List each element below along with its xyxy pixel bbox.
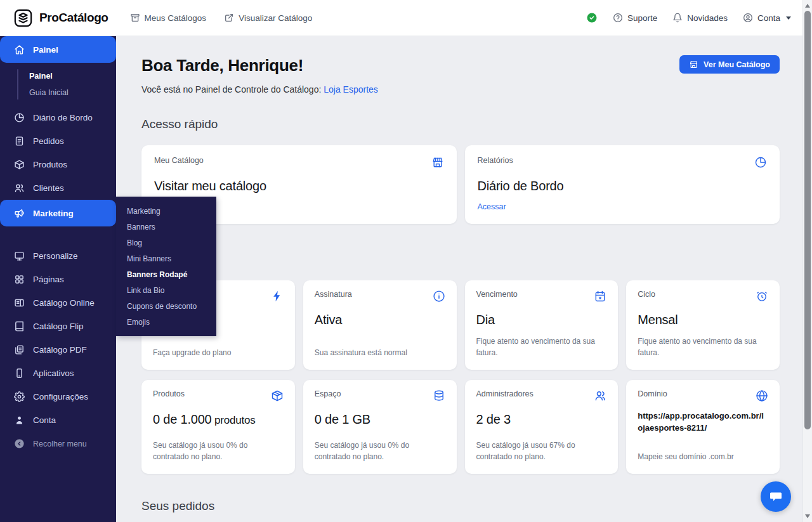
scroll-down-icon[interactable] [805,514,810,518]
card-value: 0 de 1 GB [315,412,445,427]
card-produtos[interactable]: Produtos 0 de 1.000 produtos Seu catálog… [141,380,295,474]
sidebar-item-label: Catálogo PDF [33,345,87,355]
nav-link-meus-catalogos[interactable]: Meus Catálogos [130,13,207,23]
alarm-icon [756,290,768,303]
access-link[interactable]: Acessar [478,202,506,211]
card-vencimento[interactable]: Vencimento Dia Fique atento ao venciment… [465,280,619,370]
nav-right: Suporte Novidades Conta [586,12,791,23]
calendar-icon [594,290,606,303]
subtitle-text: Você está no Painel de Controle do Catál… [141,84,324,95]
sidebar-item-marketing[interactable]: Marketing [0,200,116,226]
sidebar-item-label: Catálogo Online [33,298,95,308]
view-catalog-button[interactable]: Ver Meu Catálogo [679,55,780,74]
sidebar-item-configuracoes[interactable]: Configurações [0,385,116,408]
card-top: Relatórios [478,156,768,169]
sidebar-item-painel[interactable]: Painel [0,36,116,63]
scroll-up-icon[interactable] [805,4,810,8]
flyout-item-banners[interactable]: Banners [116,219,216,235]
sidebar-submenu: Painel Guia Inicial [0,63,116,106]
sidebar-item-clientes[interactable]: Clientes [0,176,116,200]
card-dominio[interactable]: Domínio https://app.procatalogo.com.br/l… [626,380,780,474]
card-sub: Fique atento ao vencimento da sua fatura… [638,336,768,360]
submenu-item-guia-inicial[interactable]: Guia Inicial [29,84,116,101]
page-title: Boa Tarde, Henrique! [141,56,378,75]
brand[interactable]: ProCatálogo [13,8,108,29]
check-circle-icon[interactable] [586,12,598,23]
card-sub: Seu catálogo já usou 0% do contratado no… [315,440,445,464]
sidebar-collapse-menu[interactable]: Recolher menu [0,432,116,455]
sidebar-item-paginas[interactable]: Páginas [0,268,116,291]
card-value: Dia [476,313,607,327]
marketing-flyout-menu: Marketing Banners Blog Mini Banners Bann… [116,197,216,336]
nav-link-conta[interactable]: Conta [743,13,791,23]
sidebar-item-label: Recolher menu [33,440,87,448]
user-icon [14,415,25,426]
users-icon [14,183,25,193]
sidebar-item-label: Produtos [33,160,67,169]
page-scrollbar[interactable] [802,0,812,522]
nav-link-visualizar-catalogo[interactable]: Visualizar Catálogo [224,13,312,23]
sidebar-item-pedidos[interactable]: Pedidos [0,129,116,153]
card-assinatura[interactable]: Assinatura Ativa Sua assinatura está nor… [303,280,457,370]
nav-links: Meus Catálogos Visualizar Catálogo [130,13,313,23]
flyout-item-link-da-bio[interactable]: Link da Bio [116,282,216,298]
nav-link-suporte[interactable]: Suporte [613,13,657,23]
archive-icon [130,13,140,23]
card-top: Espaço [315,389,445,402]
sidebar-item-label: Clientes [33,183,64,193]
collapse-icon [14,438,25,449]
card-label: Vencimento [476,290,518,299]
admins-icon [594,389,606,402]
sidebar-item-produtos[interactable]: Produtos [0,153,116,176]
card-sub: Fique atento ao vencimento da sua fatura… [476,336,607,360]
card-relatorios[interactable]: Relatórios Diário de Bordo Acessar [465,145,780,224]
card-top: Assinatura [315,290,445,303]
card-value[interactable]: https://app.procatalogo.com.br/lojaespor… [638,410,768,434]
card-value: 2 de 3 [476,412,607,427]
catalog-name-link[interactable]: Loja Esportes [324,84,378,95]
flyout-item-cupons-de-desconto[interactable]: Cupons de desconto [116,298,216,314]
card-top: Meu Catálogo [154,156,444,169]
card-sub: Seu catálogo já usou 67% do contratado n… [476,440,607,464]
sidebar-item-label: Aplicativos [33,369,74,378]
sidebar-item-catalogo-flip[interactable]: Catálogo Flip [0,315,116,338]
flyout-item-blog[interactable]: Blog [116,235,216,251]
sidebar-item-conta[interactable]: Conta [0,408,116,432]
sidebar-item-catalogo-pdf[interactable]: Catálogo PDF [0,338,116,362]
card-espaco[interactable]: Espaço 0 de 1 GB Seu catálogo já usou 0%… [303,380,457,474]
card-value: Mensal [638,313,768,327]
card-value[interactable]: Visitar meu catálogo [154,179,444,193]
box-icon [14,159,25,170]
nav-link-novidades[interactable]: Novidades [672,13,728,23]
flyout-item-mini-banners[interactable]: Mini Banners [116,251,216,266]
flyout-item-emojis[interactable]: Emojis [116,314,216,330]
orders-icon [14,136,25,147]
pdf-icon [14,344,25,355]
flyout-item-banners-rodape[interactable]: Banners Rodapé [116,266,216,282]
card-value: 0 de 1.000 produtos [153,412,284,427]
nav-link-label: Meus Catálogos [145,13,207,23]
sidebar-item-diario-de-bordo[interactable]: Diário de Bordo [0,106,116,129]
sidebar-spacer [0,226,116,244]
card-administradores[interactable]: Administradores 2 de 3 Seu catálogo já u… [465,380,619,474]
brand-name: ProCatálogo [39,11,108,25]
card-label: Relatórios [478,156,513,166]
flyout-item-marketing[interactable]: Marketing [116,203,216,219]
nav-link-label: Suporte [627,13,657,23]
scrollbar-thumb[interactable] [804,11,811,429]
home-icon [14,44,25,55]
info-icon [433,290,445,303]
sidebar-item-catalogo-online[interactable]: Catálogo Online [0,291,116,315]
pie-chart-icon [14,112,25,123]
submenu-item-painel[interactable]: Painel [29,68,116,84]
nav-link-label: Visualizar Catálogo [239,13,312,23]
card-top: Ciclo [638,290,768,303]
sidebar-item-aplicativos[interactable]: Aplicativos [0,362,116,385]
sidebar-item-personalize[interactable]: Personalize [0,244,116,268]
monitor-icon [14,251,25,261]
card-ciclo[interactable]: Ciclo Mensal Fique atento ao vencimento … [626,280,780,370]
stack-logo-icon [13,8,34,29]
card-value-number: 0 de 1.000 [153,412,212,426]
book-icon [14,321,25,332]
chat-button[interactable] [761,481,791,512]
